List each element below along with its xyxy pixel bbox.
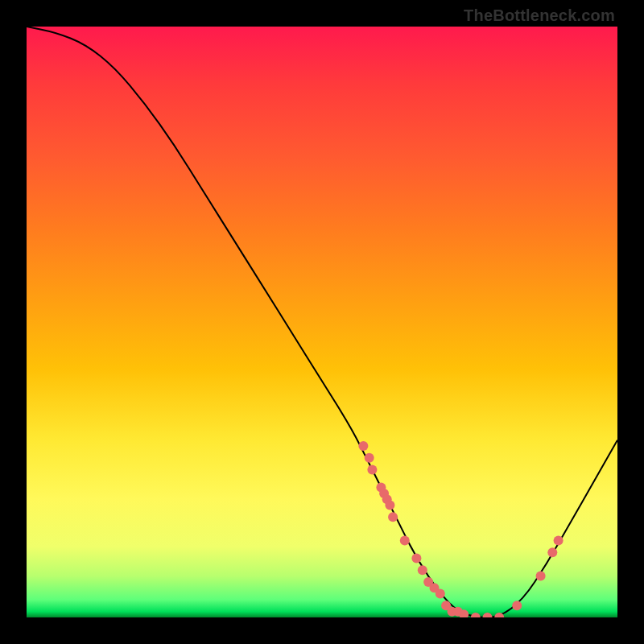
attribution-text: TheBottleneck.com	[464, 6, 615, 25]
marker-dot	[554, 536, 564, 546]
marker-dot	[400, 536, 410, 546]
marker-dot	[411, 554, 421, 564]
marker-dot	[365, 453, 374, 463]
marker-dot	[388, 512, 398, 522]
marker-dot	[536, 572, 546, 581]
chart-frame	[27, 27, 617, 617]
marker-dot	[471, 613, 481, 617]
chart-svg	[27, 27, 617, 617]
bottleneck-curve	[27, 27, 617, 617]
marker-layer	[358, 441, 563, 617]
marker-dot	[512, 601, 522, 610]
marker-dot	[358, 441, 368, 451]
marker-dot	[547, 547, 557, 557]
marker-dot	[436, 589, 445, 599]
marker-dot	[385, 501, 394, 510]
marker-dot	[418, 565, 427, 575]
marker-dot	[367, 465, 377, 475]
marker-dot	[483, 613, 493, 617]
